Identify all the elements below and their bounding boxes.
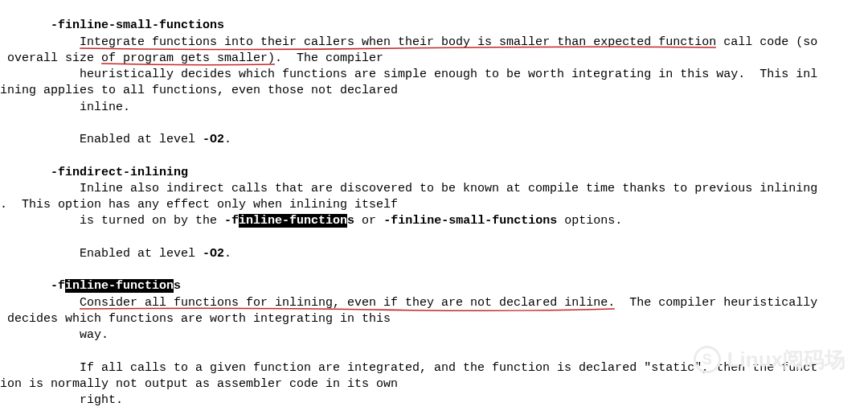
underlined-text: Integrate functions into their callers w… <box>80 35 716 49</box>
highlighted-text: inline-function <box>65 279 174 293</box>
level: -O2 <box>203 247 224 261</box>
level: -O2 <box>203 133 224 146</box>
option-name: -findirect-inlining <box>51 166 188 179</box>
underlined-text: of program gets smaller) <box>101 51 275 65</box>
highlighted-text: inline-function <box>239 214 347 228</box>
watermark: S Linux阅码场 <box>694 346 845 374</box>
underlined-text: Consider all functions for inlining, eve… <box>80 296 615 310</box>
option-findirect-inlining: -findirect-inlining Inline also indirect… <box>0 165 868 263</box>
watermark-icon: S <box>694 346 721 373</box>
option-finline-small-functions: -finline-small-functions Integrate funct… <box>0 18 868 148</box>
option-name: -finline-small-functions <box>51 18 224 32</box>
option-name-part: -f <box>51 279 65 293</box>
option-finline-functions: -finline-functions Consider all function… <box>0 278 868 411</box>
watermark-text: Linux阅码场 <box>727 346 845 374</box>
